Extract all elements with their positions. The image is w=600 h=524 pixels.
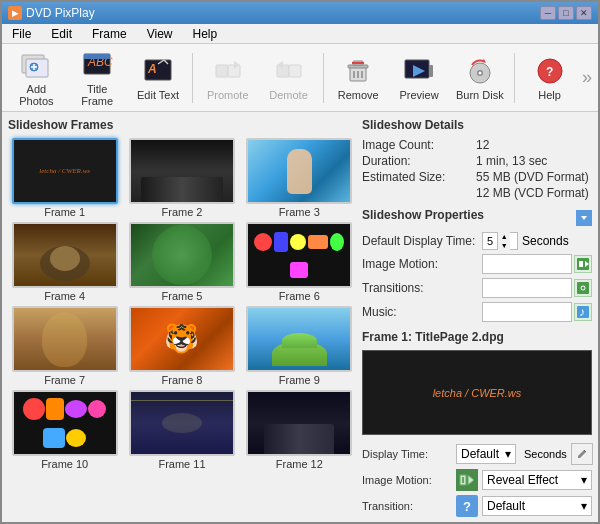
preview-label: Preview <box>399 89 438 101</box>
remove-button[interactable]: Remove <box>330 49 387 107</box>
burn-disk-icon <box>464 55 496 87</box>
frame-tr-label: Transition: <box>362 500 452 512</box>
menu-file[interactable]: File <box>6 25 37 43</box>
duration-value: 1 min, 13 sec <box>476 154 547 168</box>
music-icon[interactable]: ♪ <box>574 303 592 321</box>
frames-section-title: Slideshow Frames <box>8 118 356 132</box>
edit-text-icon: A <box>142 55 174 87</box>
music-input[interactable] <box>482 302 572 322</box>
display-time-spinbox[interactable]: 5 ▲ ▼ <box>482 232 518 250</box>
remove-icon <box>342 55 374 87</box>
transitions-input[interactable] <box>482 278 572 298</box>
frame-thumb-8[interactable]: 🐯 <box>129 306 235 372</box>
props-title: Slideshow Properties <box>362 208 484 222</box>
frame-label-8: Frame 8 <box>162 374 203 386</box>
svg-text:♪: ♪ <box>579 305 585 319</box>
pencil-button[interactable] <box>571 443 593 465</box>
frame-tr-select[interactable]: Default ▾ <box>482 496 592 516</box>
promote-icon <box>212 55 244 87</box>
frame-thumb-12[interactable] <box>246 390 352 456</box>
spinbox-arrows[interactable]: ▲ ▼ <box>497 232 510 250</box>
svg-point-30 <box>478 71 481 74</box>
main-content: Slideshow Frames letcha / CWER.ws Frame … <box>2 112 598 522</box>
frame-image-motion-row: Image Motion: Reveal Effect ▾ <box>362 469 592 491</box>
frame-thumb-2[interactable] <box>129 138 235 204</box>
list-item[interactable]: Frame 12 <box>243 390 356 470</box>
title-frame-button[interactable]: ABC Title Frame <box>69 49 126 107</box>
props-transitions-row: Transitions: <box>362 278 592 298</box>
svg-rect-12 <box>216 65 228 77</box>
window-controls[interactable]: ─ □ ✕ <box>540 6 592 20</box>
transitions-icon[interactable] <box>574 279 592 297</box>
burn-disk-label: Burn Disk <box>456 89 504 101</box>
remove-label: Remove <box>338 89 379 101</box>
minimize-button[interactable]: ─ <box>540 6 556 20</box>
frame-thumb-5[interactable] <box>129 222 235 288</box>
frame-thumb-9[interactable] <box>246 306 352 372</box>
display-time-value: 5 <box>483 235 497 247</box>
help-icon: ? <box>534 55 566 87</box>
image-motion-icon[interactable] <box>574 255 592 273</box>
preview-button[interactable]: Preview <box>391 49 448 107</box>
image-motion-input[interactable] <box>482 254 572 274</box>
right-panel: Slideshow Details Image Count: 12 Durati… <box>362 112 598 522</box>
frame-im-label: Image Motion: <box>362 474 452 486</box>
list-item[interactable]: Frame 9 <box>243 306 356 386</box>
frame-thumb-3[interactable] <box>246 138 352 204</box>
menu-frame[interactable]: Frame <box>86 25 133 43</box>
close-button[interactable]: ✕ <box>576 6 592 20</box>
frame-label-6: Frame 6 <box>279 290 320 302</box>
list-item[interactable]: Frame 11 <box>125 390 238 470</box>
burn-disk-button[interactable]: Burn Disk <box>451 49 508 107</box>
frame-thumb-7[interactable] <box>12 306 118 372</box>
frame-label-5: Frame 5 <box>162 290 203 302</box>
frame-label-10: Frame 10 <box>41 458 88 470</box>
frame-thumb-1[interactable]: letcha / CWER.ws <box>12 138 118 204</box>
list-item[interactable]: Frame 4 <box>8 222 121 302</box>
promote-label: Promote <box>207 89 249 101</box>
add-photos-button[interactable]: Add Photos <box>8 49 65 107</box>
props-display-time-row: Default Display Time: 5 ▲ ▼ Seconds <box>362 232 592 250</box>
props-expand-icon[interactable] <box>576 210 592 226</box>
list-item[interactable]: Frame 5 <box>125 222 238 302</box>
frame-thumb-4[interactable] <box>12 222 118 288</box>
frame-thumb-10[interactable] <box>12 390 118 456</box>
image-count-value: 12 <box>476 138 489 152</box>
menu-view[interactable]: View <box>141 25 179 43</box>
promote-button: Promote <box>199 49 256 107</box>
frame-preview-area: letcha / CWER.ws <box>362 350 592 435</box>
frame-im-select[interactable]: Reveal Effect ▾ <box>482 470 592 490</box>
vcd-value: 12 MB (VCD Format) <box>476 186 589 200</box>
toolbar-expand-icon[interactable]: » <box>582 67 592 88</box>
list-item[interactable]: Frame 10 <box>8 390 121 470</box>
frame-thumb-11[interactable] <box>129 390 235 456</box>
svg-rect-36 <box>579 261 583 267</box>
frame-dt-arrow: ▾ <box>505 447 511 461</box>
menu-edit[interactable]: Edit <box>45 25 78 43</box>
frame-im-icon[interactable] <box>456 469 478 491</box>
title-frame-label: Title Frame <box>72 83 123 107</box>
list-item[interactable]: 🐯 Frame 8 <box>125 306 238 386</box>
frame-dt-select[interactable]: Default ▾ <box>456 444 516 464</box>
svg-text:?: ? <box>546 65 553 79</box>
list-item[interactable]: Frame 3 <box>243 138 356 218</box>
transitions-label: Transitions: <box>362 281 482 295</box>
help-button[interactable]: ? Help <box>521 49 578 107</box>
frame-thumb-6[interactable] <box>246 222 352 288</box>
props-music-row: Music: ♪ <box>362 302 592 322</box>
toolbar-sep-3 <box>514 53 515 103</box>
list-item[interactable]: Frame 2 <box>125 138 238 218</box>
spin-down-button[interactable]: ▼ <box>498 241 510 250</box>
frame-label-2: Frame 2 <box>162 206 203 218</box>
svg-point-40 <box>582 287 585 290</box>
svg-text:A: A <box>147 62 157 76</box>
spin-up-button[interactable]: ▲ <box>498 232 510 241</box>
menu-help[interactable]: Help <box>187 25 224 43</box>
list-item[interactable]: Frame 7 <box>8 306 121 386</box>
list-item[interactable]: Frame 6 <box>243 222 356 302</box>
maximize-button[interactable]: □ <box>558 6 574 20</box>
list-item[interactable]: letcha / CWER.ws Frame 1 <box>8 138 121 218</box>
toolbar-sep-2 <box>323 53 324 103</box>
edit-text-button[interactable]: A Edit Text <box>130 49 187 107</box>
frame-tr-icon[interactable]: ? <box>456 495 478 517</box>
